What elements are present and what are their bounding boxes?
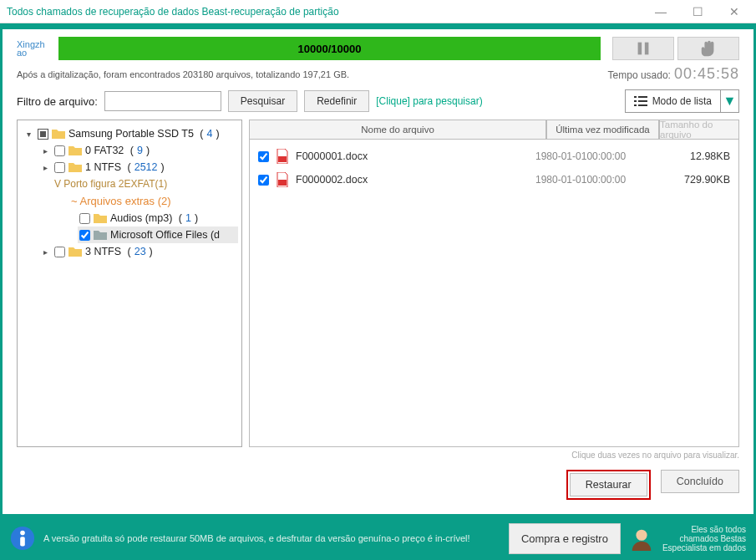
checkbox[interactable] — [79, 230, 90, 241]
chevron-right-icon[interactable]: ▸ — [39, 247, 51, 257]
svg-rect-3 — [638, 96, 647, 98]
folder-icon — [68, 246, 82, 257]
stop-button[interactable] — [677, 37, 739, 60]
info-icon — [10, 526, 35, 551]
minimize-button[interactable]: — — [646, 2, 676, 22]
view-mode-dropdown[interactable]: ▼ — [720, 90, 738, 112]
column-name[interactable]: Nome do arquivo — [249, 120, 546, 140]
chevron-right-icon[interactable]: ▸ — [39, 146, 51, 155]
svg-rect-12 — [20, 537, 25, 546]
svg-point-11 — [20, 531, 25, 536]
progress-bar: 10000/10000 — [58, 37, 601, 60]
view-mode-label: Modo de lista — [652, 95, 712, 107]
pause-icon — [634, 39, 652, 58]
chevron-down-icon[interactable]: ▾ — [23, 130, 34, 139]
column-date[interactable]: Última vez modificada — [546, 120, 659, 140]
svg-rect-4 — [634, 100, 637, 102]
tree-node-vport[interactable]: V Porto figura 2EXFAT(1) — [38, 176, 238, 192]
reset-button[interactable]: Redefinir — [304, 90, 369, 112]
checkbox-mixed[interactable] — [38, 129, 48, 140]
window-title: Todos chamados de recuperação de dados B… — [7, 6, 646, 18]
avatar-icon — [629, 526, 654, 551]
view-mode-selector[interactable]: Modo de lista ▼ — [625, 89, 739, 113]
checkbox[interactable] — [54, 247, 65, 257]
file-row[interactable]: F0000002.docx 1980-01-0100:00:00 729.90K… — [256, 168, 732, 191]
footer-tagline: Eles são todoschamados BestasEspecialist… — [662, 525, 746, 552]
file-list-header: Nome do arquivo Última vez modificada Ta… — [249, 120, 739, 140]
folder-icon — [94, 212, 107, 224]
footer-text: A versão gratuita só pode restaurar 50MB… — [43, 533, 500, 543]
tree-node-audios[interactable]: Audios (mp3) (1) — [78, 210, 238, 227]
file-list[interactable]: F0000001.docx 1980-01-0100:00:00 12.98KB… — [249, 140, 739, 447]
folder-icon — [68, 145, 82, 156]
filter-label: Filtro de arquivo: — [17, 95, 98, 108]
buy-register-button[interactable]: Compra e registro — [509, 523, 621, 554]
search-hint: [Clique] para pesquisar) — [376, 95, 482, 107]
file-row[interactable]: F0000001.docx 1980-01-0100:00:00 12.98KB — [256, 145, 732, 168]
checkbox[interactable] — [79, 213, 90, 224]
time-used-label: Tempo usado:00:45:58 — [608, 65, 739, 83]
folder-icon — [94, 229, 107, 241]
folder-open-icon — [52, 128, 65, 140]
svg-rect-9 — [278, 180, 287, 186]
checkbox[interactable] — [54, 145, 65, 156]
close-button[interactable]: ✕ — [719, 2, 749, 22]
docx-icon — [276, 149, 289, 164]
column-size[interactable]: Tamanho do arquivo — [659, 120, 739, 140]
svg-rect-1 — [645, 43, 649, 55]
list-icon — [634, 95, 647, 107]
svg-rect-6 — [634, 104, 637, 106]
folder-tree[interactable]: ▾ Samsung Portable SSD T5 (4) ▸ 0 FAT32 … — [17, 120, 242, 447]
checkbox[interactable] — [54, 162, 65, 173]
done-button[interactable]: Concluído — [661, 470, 739, 493]
tree-root[interactable]: ▾ Samsung Portable SSD T5 (4) — [21, 125, 238, 142]
footer-bar: A versão gratuita só pode restaurar 50MB… — [0, 517, 756, 560]
tree-node-office[interactable]: Microsoft Office Files (d — [78, 227, 238, 243]
svg-point-13 — [636, 530, 647, 541]
titlebar: Todos chamados de recuperação de dados B… — [0, 0, 756, 23]
file-checkbox[interactable] — [258, 151, 269, 162]
time-used-value: 00:45:58 — [674, 65, 739, 82]
tree-node-extras[interactable]: ~ Arquivos extras (2) — [38, 192, 238, 210]
svg-rect-7 — [638, 104, 647, 106]
preview-hint: Clique duas vezes no arquivo para visual… — [17, 447, 739, 466]
filter-input[interactable] — [104, 91, 221, 111]
chevron-right-icon[interactable]: ▸ — [39, 163, 51, 172]
restore-highlight: Restaurar — [566, 470, 651, 500]
tree-node-ntfs3[interactable]: ▸ 3 NTFS (23) — [38, 243, 238, 260]
file-checkbox[interactable] — [258, 175, 269, 186]
svg-rect-0 — [638, 43, 642, 55]
search-button[interactable]: Pesquisar — [228, 90, 297, 112]
hand-icon — [699, 39, 718, 58]
maximize-button[interactable]: ☐ — [682, 2, 713, 22]
brand-label: Xingzhao — [17, 40, 50, 57]
folder-icon — [68, 161, 82, 173]
tree-node-fat32[interactable]: ▸ 0 FAT32 (9) — [38, 142, 238, 159]
svg-rect-5 — [638, 100, 647, 102]
pause-button[interactable] — [612, 37, 674, 60]
scan-status: Após a digitalização, foram encontrados … — [17, 69, 608, 79]
docx-icon — [276, 172, 289, 187]
tree-node-ntfs1[interactable]: ▸ 1 NTFS (2512) — [38, 159, 238, 176]
svg-rect-8 — [278, 156, 287, 162]
restore-button[interactable]: Restaurar — [570, 473, 647, 496]
svg-rect-2 — [634, 96, 637, 98]
progress-text: 10000/10000 — [298, 43, 362, 55]
